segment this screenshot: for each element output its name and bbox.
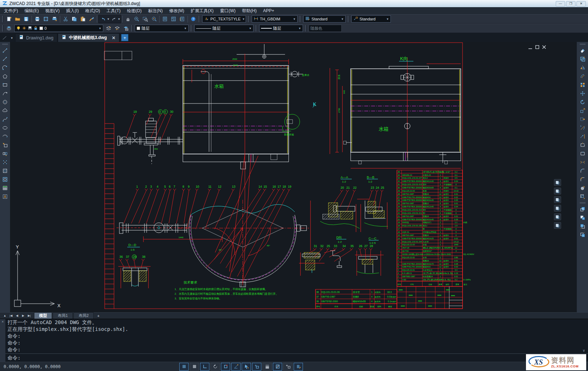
fillet-icon[interactable] — [579, 176, 587, 183]
docked-tool-icon[interactable] — [554, 188, 561, 194]
menu-编辑E[interactable]: 编辑(E) — [21, 7, 42, 15]
xline-icon[interactable] — [1, 56, 9, 63]
layer-previous-icon[interactable] — [113, 24, 122, 32]
plot-icon[interactable] — [33, 15, 42, 23]
redo-icon[interactable] — [110, 15, 118, 23]
copy-icon[interactable] — [579, 56, 587, 63]
grid-toggle[interactable] — [190, 363, 199, 371]
line-icon[interactable] — [1, 47, 9, 54]
zoom-realtime-icon[interactable] — [132, 15, 141, 23]
draworder-below-icon[interactable] — [579, 231, 587, 238]
tool-palettes-icon[interactable] — [178, 15, 186, 23]
menu-格式O[interactable]: 格式(O) — [82, 7, 103, 15]
save-icon[interactable] — [22, 15, 30, 23]
new-layout-button[interactable]: + — [94, 313, 102, 318]
menu-帮助H[interactable]: 帮助(H) — [239, 7, 260, 15]
scale-icon[interactable] — [579, 107, 587, 114]
new-file-icon[interactable] — [5, 15, 13, 23]
hatch-icon[interactable] — [1, 167, 9, 174]
trim-icon[interactable] — [579, 124, 587, 131]
chamfer-icon[interactable] — [579, 167, 587, 174]
zoom-previous-icon[interactable] — [150, 15, 158, 23]
mtext-icon[interactable] — [1, 193, 9, 200]
menu-文件F[interactable]: 文件(F) — [1, 7, 21, 15]
join-icon[interactable] — [579, 159, 587, 166]
window-close-button[interactable]: ✕ — [577, 1, 586, 6]
text-style-select[interactable]: A PC_TEXTSTYLE▼ — [202, 15, 246, 23]
menu-视图V[interactable]: 视图(V) — [42, 7, 63, 15]
copy-clip-icon[interactable] — [70, 15, 79, 23]
design-center-icon[interactable] — [169, 15, 178, 23]
table-style-select[interactable]: Standard▼ — [303, 15, 346, 23]
layout-tab-模型[interactable]: 模型 — [34, 312, 52, 319]
ellipse-arc-icon[interactable] — [1, 133, 9, 140]
color-select[interactable]: 随层▼ — [135, 25, 189, 32]
layer-lock-icon[interactable] — [33, 26, 38, 31]
new-tab-button[interactable]: + — [121, 34, 128, 41]
command-expand-icon[interactable]: ∨ — [583, 348, 585, 352]
close-tab-icon[interactable]: ✕ — [112, 35, 115, 40]
cut-icon[interactable] — [61, 15, 70, 23]
prev-layout-icon[interactable]: ◀ — [14, 314, 20, 317]
circle-icon[interactable] — [1, 98, 9, 106]
offset-icon[interactable] — [579, 73, 587, 80]
window-maximize-button[interactable]: ❐ — [566, 1, 575, 6]
layer-freeze-sun-icon[interactable] — [22, 26, 27, 31]
undo-icon[interactable] — [99, 15, 108, 23]
explode-icon[interactable] — [579, 184, 587, 192]
osnap-toggle[interactable] — [221, 363, 230, 371]
rotate-icon[interactable] — [579, 98, 587, 106]
zoom-window-icon[interactable] — [141, 15, 150, 23]
spline-icon[interactable] — [1, 116, 9, 123]
layer-states-icon[interactable] — [122, 24, 130, 32]
draworder-front-icon[interactable] — [579, 206, 587, 213]
docked-tool-icon[interactable] — [554, 213, 561, 220]
polygon-icon[interactable] — [1, 73, 9, 80]
layer-properties-icon[interactable] — [5, 24, 13, 32]
lineweight-select[interactable]: 随层▼ — [259, 25, 303, 32]
layer-select[interactable]: 0 ▼ — [14, 25, 103, 32]
first-layout-icon[interactable]: |◀ — [8, 314, 14, 317]
stretch-icon[interactable] — [579, 116, 587, 123]
docked-tool-icon[interactable] — [554, 222, 561, 229]
polyline-icon[interactable] — [1, 64, 9, 71]
layout-tab-布局1[interactable]: 布局1 — [53, 312, 73, 319]
properties-palette-icon[interactable] — [161, 15, 169, 23]
otrack-toggle[interactable] — [231, 363, 241, 371]
layout-tab-布局2[interactable]: 布局2 — [74, 312, 94, 319]
workspace-toggle[interactable] — [294, 363, 303, 371]
docked-tool-icon[interactable] — [554, 196, 561, 203]
quick-properties-toggle[interactable] — [283, 363, 293, 371]
annotation-toggle[interactable] — [252, 363, 261, 371]
draworder-back-icon[interactable] — [579, 214, 587, 221]
point-icon[interactable] — [1, 159, 9, 166]
block-editor-icon[interactable] — [579, 193, 587, 200]
linetype-select[interactable]: 随层▼ — [194, 25, 253, 32]
tab-tool-icon[interactable] — [1, 34, 9, 42]
ellipse-icon[interactable] — [1, 124, 9, 131]
arc-icon[interactable] — [1, 90, 9, 97]
drawing-canvas[interactable]: 35浮球式水补给阀 1/2"10.234GB3289.22外接头1510.133… — [10, 42, 577, 312]
doc-tab-2[interactable]: 中望机械图纸3.dwg✕ — [58, 33, 119, 42]
dim-style-select[interactable]: TH_GBDIM▼ — [252, 15, 298, 23]
help-icon[interactable]: ? — [189, 15, 198, 23]
mirror-icon[interactable] — [579, 64, 587, 71]
menu-绘图D[interactable]: 绘图(D) — [124, 7, 145, 15]
move-icon[interactable] — [579, 90, 587, 97]
snap-toggle[interactable] — [179, 363, 189, 371]
menu-窗口W[interactable]: 窗口(W) — [217, 7, 239, 15]
docked-tool-icon[interactable] — [554, 179, 561, 186]
dyn-toggle[interactable] — [242, 363, 251, 371]
menu-标注N[interactable]: 标注(N) — [145, 7, 166, 15]
layer-on-bulb-icon[interactable] — [16, 26, 21, 31]
menu-插入I[interactable]: 插入(I) — [63, 7, 82, 15]
break-icon[interactable] — [579, 150, 587, 157]
layer-plot-icon[interactable] — [28, 26, 32, 31]
match-properties-icon[interactable] — [87, 15, 96, 23]
break-at-point-icon[interactable] — [579, 141, 587, 149]
last-layout-icon[interactable]: ▶| — [27, 314, 32, 317]
next-layout-icon[interactable]: ▶ — [20, 314, 26, 317]
lineweight-toggle[interactable] — [262, 363, 272, 371]
paste-icon[interactable] — [79, 15, 87, 23]
menu-工具T[interactable]: 工具(T) — [103, 7, 124, 15]
